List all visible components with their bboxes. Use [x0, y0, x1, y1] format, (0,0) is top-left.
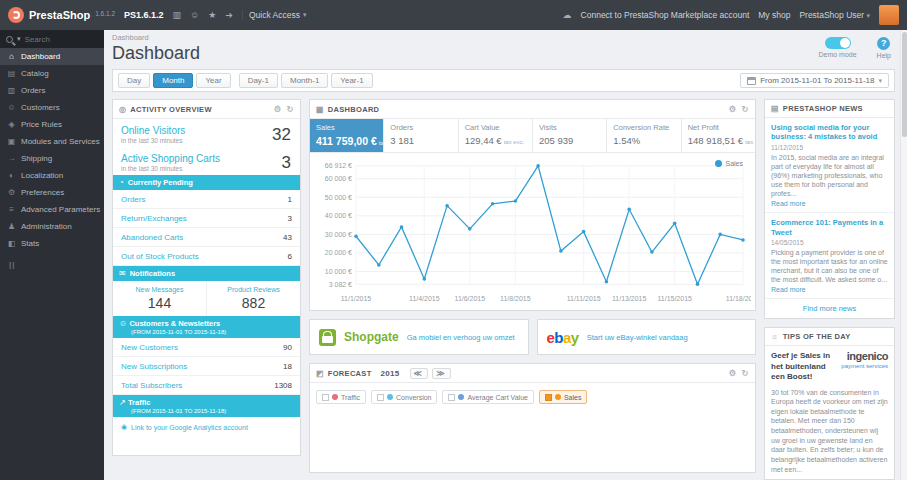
- scrollbar-thumb[interactable]: [902, 32, 907, 137]
- quick-access-menu[interactable]: Quick Access ▾: [242, 10, 307, 20]
- bell-icon: ✉: [119, 269, 126, 278]
- shop-name-link[interactable]: PS1.6.1.2: [124, 10, 164, 20]
- sidebar-item-administration[interactable]: Administration: [0, 218, 104, 235]
- date-range-picker[interactable]: From 2015-11-01 To 2015-11-18 ▾: [740, 73, 889, 88]
- star-icon[interactable]: ★: [208, 10, 216, 20]
- orders-icon: [7, 86, 16, 95]
- kpi-note: tax exc.: [745, 139, 755, 145]
- kpi-net-profit[interactable]: Net Profit 148 918,51 €tax exc.: [682, 119, 755, 152]
- active-carts-link[interactable]: Active Shopping Carts: [121, 153, 292, 164]
- kpi-value: 3 181: [390, 135, 414, 146]
- online-visitors-link[interactable]: Online Visitors: [121, 125, 292, 136]
- news-headline-link[interactable]: Ecommerce 101: Payments in a Tweet: [771, 218, 888, 237]
- user-menu[interactable]: PrestaShop User ▾: [799, 10, 870, 20]
- rocket-icon[interactable]: ➔: [225, 10, 233, 20]
- kpi-sales[interactable]: Sales 411 759,00 €tax exc.: [310, 119, 384, 152]
- gear-icon[interactable]: ⚙: [729, 104, 737, 114]
- truck-icon: [7, 154, 16, 163]
- shopgate-logo-icon: [319, 329, 336, 346]
- forecast-toggle-traffic[interactable]: Traffic: [316, 390, 366, 404]
- find-more-news-link[interactable]: Find more news: [765, 299, 894, 318]
- new-messages-cell[interactable]: New Messages 144: [113, 281, 207, 316]
- forecast-year[interactable]: 2015: [381, 369, 400, 378]
- demo-mode-toggle[interactable]: [825, 37, 851, 49]
- caret-down-icon[interactable]: ▾: [17, 35, 21, 43]
- filter-day-button[interactable]: Day: [118, 73, 150, 88]
- product-reviews-cell[interactable]: Product Reviews 882: [207, 281, 300, 316]
- pending-row-returns[interactable]: Return/Exchanges3: [113, 209, 300, 228]
- customers-row-new-customers[interactable]: New Customers90: [113, 338, 300, 357]
- dashboard-icon: ▦: [316, 105, 324, 114]
- gear-icon[interactable]: ⚙: [729, 368, 737, 378]
- sidebar-item-dashboard[interactable]: Dashboard: [0, 48, 104, 65]
- kpi-label: Net Profit: [688, 123, 749, 132]
- pending-row-orders[interactable]: Orders1: [113, 190, 300, 209]
- kpi-cart-value[interactable]: Cart Value 129,44 €tax exc.: [459, 119, 533, 152]
- page-title: Dashboard: [112, 43, 895, 64]
- sun-icon: ☼: [771, 332, 779, 341]
- shopgate-promo-link[interactable]: Ga mobiel en verhoog uw omzet: [407, 333, 515, 342]
- search-input[interactable]: [25, 35, 87, 44]
- kpi-visits[interactable]: Visits 205 939: [533, 119, 607, 152]
- ebay-promo-link[interactable]: Start uw eBay-winkel vandaag: [587, 333, 688, 342]
- gear-icon[interactable]: ⚙: [274, 104, 282, 114]
- sidebar-item-shipping[interactable]: Shipping: [0, 150, 104, 167]
- filter-month-1-button[interactable]: Month-1: [281, 73, 328, 88]
- read-more-link[interactable]: Read more: [771, 286, 888, 293]
- legend-label: Sales: [564, 394, 582, 401]
- refresh-icon[interactable]: ↻: [287, 104, 294, 114]
- date-filter-bar: Day Month Year Day-1 Month-1 Year-1 From…: [112, 69, 895, 92]
- forecast-next-button[interactable]: ≫: [432, 368, 450, 379]
- read-more-link[interactable]: Read more: [771, 200, 888, 207]
- clock-icon: ◔: [119, 178, 124, 187]
- sidebar-item-localization[interactable]: Localization: [0, 167, 104, 184]
- customers-row-total-subscribers[interactable]: Total Subscribers1308: [113, 376, 300, 395]
- page-scrollbar[interactable]: [900, 30, 907, 480]
- pending-row-abandoned-carts[interactable]: Abandoned Carts43: [113, 228, 300, 247]
- kpi-value: 129,44 €: [465, 135, 502, 146]
- sidebar-item-orders[interactable]: Orders: [0, 82, 104, 99]
- sidebar-item-advanced-parameters[interactable]: Advanced Parameters: [0, 201, 104, 218]
- kpi-label: Orders: [390, 123, 451, 132]
- customer-icon[interactable]: ☺: [190, 10, 199, 20]
- legend-label: Sales: [725, 160, 743, 167]
- marketplace-connect-link[interactable]: Connect to PrestaShop Marketplace accoun…: [581, 10, 750, 20]
- collapse-menu-button[interactable]: ||: [0, 252, 104, 277]
- cell-label: Product Reviews: [209, 286, 298, 293]
- google-analytics-link[interactable]: ◉ Link to your Google Analytics account: [113, 417, 300, 437]
- row-label: Out of Stock Products: [121, 252, 199, 261]
- kpi-conversion-rate[interactable]: Conversion Rate 1.54%: [607, 119, 681, 152]
- filter-month-button[interactable]: Month: [153, 73, 193, 88]
- sidebar-item-price-rules[interactable]: Price Rules: [0, 116, 104, 133]
- filter-day-1-button[interactable]: Day-1: [239, 73, 278, 88]
- my-shop-link[interactable]: My shop: [758, 10, 790, 20]
- refresh-icon[interactable]: ↻: [742, 104, 749, 114]
- forecast-panel: ◩ FORECAST 2015 ≪ ≫ ⚙ ↻ Traffic: [309, 363, 756, 473]
- pending-row-out-of-stock[interactable]: Out of Stock Products6: [113, 247, 300, 266]
- prestashop-logo[interactable]: PrestaShop 1.6.1.2: [8, 7, 115, 23]
- filter-year-button[interactable]: Year: [196, 73, 230, 88]
- user-avatar[interactable]: [879, 5, 899, 25]
- prestashop-logo-icon: [8, 7, 24, 23]
- forecast-toggle-sales[interactable]: Sales: [539, 390, 588, 404]
- forecast-prev-button[interactable]: ≪: [410, 368, 428, 379]
- filter-year-1-button[interactable]: Year-1: [331, 73, 372, 88]
- sidebar-item-customers[interactable]: Customers: [0, 99, 104, 116]
- kpi-note: tax exc.: [504, 139, 525, 145]
- help-icon[interactable]: ?: [877, 37, 890, 50]
- sidebar-item-stats[interactable]: Stats: [0, 235, 104, 252]
- news-headline-link[interactable]: Using social media for your business: 4 …: [771, 123, 888, 142]
- customers-row-new-subscriptions[interactable]: New Subscriptions18: [113, 357, 300, 376]
- sidebar-item-modules[interactable]: Modules and Services: [0, 133, 104, 150]
- kpi-orders[interactable]: Orders 3 181: [384, 119, 458, 152]
- row-label: New Subscriptions: [121, 362, 187, 371]
- svg-text:66 912 €: 66 912 €: [325, 162, 352, 169]
- sidebar-item-catalog[interactable]: Catalog: [0, 65, 104, 82]
- forecast-toggle-conversion[interactable]: Conversion: [371, 390, 437, 404]
- sidebar-item-preferences[interactable]: Preferences: [0, 184, 104, 201]
- svg-text:11/13/2015: 11/13/2015: [612, 295, 647, 302]
- refresh-icon[interactable]: ↻: [742, 368, 749, 378]
- forecast-toggle-average-cart-value[interactable]: Average Cart Value: [442, 390, 533, 404]
- cart-icon[interactable]: ▥: [173, 10, 182, 20]
- svg-text:11/4/2015: 11/4/2015: [409, 295, 440, 302]
